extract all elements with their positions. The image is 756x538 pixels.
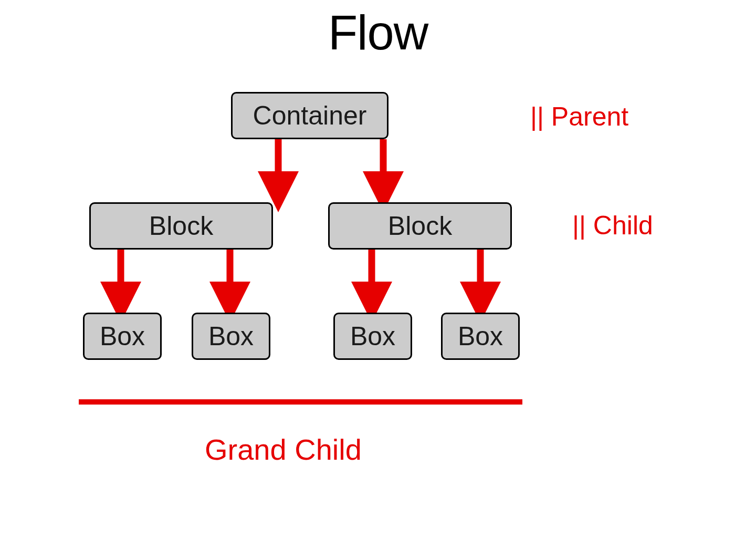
node-box-3-label: Box bbox=[350, 321, 395, 351]
arrow-container-to-block-right bbox=[368, 139, 399, 208]
node-container: Container bbox=[231, 92, 388, 139]
arrow-block-right-to-box-3 bbox=[356, 250, 387, 318]
node-box-2: Box bbox=[192, 313, 270, 360]
node-box-1: Box bbox=[83, 313, 162, 360]
node-box-4: Box bbox=[441, 313, 520, 360]
node-block-left-label: Block bbox=[149, 211, 213, 241]
flow-diagram: Flow Container Block Block bbox=[37, 0, 719, 538]
arrow-block-left-to-box-2 bbox=[214, 250, 246, 318]
annotation-parent: || Parent bbox=[530, 101, 628, 132]
annotation-grandchild: Grand Child bbox=[205, 432, 362, 467]
diagram-title: Flow bbox=[328, 5, 428, 60]
node-box-1-label: Box bbox=[100, 321, 145, 351]
node-box-3: Box bbox=[333, 313, 412, 360]
arrow-container-to-block-left bbox=[262, 139, 294, 208]
arrow-block-left-to-box-1 bbox=[105, 250, 136, 318]
node-container-label: Container bbox=[253, 100, 367, 131]
node-box-4-label: Box bbox=[458, 321, 503, 351]
annotation-child: || Child bbox=[572, 210, 653, 241]
node-block-left: Block bbox=[89, 202, 273, 250]
arrow-block-right-to-box-4 bbox=[465, 250, 496, 318]
node-box-2-label: Box bbox=[208, 321, 254, 351]
node-block-right-label: Block bbox=[388, 211, 452, 241]
grandchild-underline bbox=[79, 399, 522, 405]
node-block-right: Block bbox=[328, 202, 512, 250]
